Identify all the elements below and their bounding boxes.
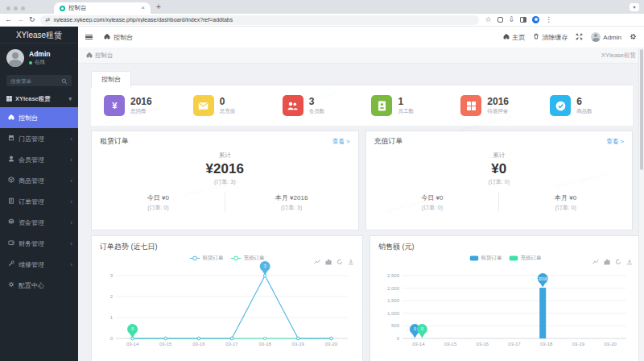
back-icon[interactable]: ← <box>5 16 12 23</box>
svg-text:0: 0 <box>110 336 114 341</box>
home-icon <box>503 33 510 41</box>
legend-item[interactable]: 充值订单 <box>231 255 265 262</box>
refresh-icon[interactable]: ↻ <box>29 16 35 23</box>
chevron-right-icon: › <box>70 261 72 268</box>
stat-label: 总消费 <box>130 108 152 115</box>
browser-profile-avatar[interactable] <box>532 16 539 23</box>
svg-text:03-19: 03-19 <box>292 342 305 346</box>
grid-icon <box>6 96 12 103</box>
tab-close-icon[interactable]: × <box>141 5 145 11</box>
wrench-icon <box>8 260 14 268</box>
sidebar-item-goods[interactable]: 商品管理› <box>0 170 78 191</box>
svg-text:03-17: 03-17 <box>508 342 521 346</box>
stat-label: 商品数 <box>576 108 592 115</box>
chart-sales-amount: 销售额 (元)租赁订单充值订单05001,0001,5002,0002,5000… <box>369 235 642 361</box>
window-controls[interactable] <box>6 6 25 10</box>
sidebar-item-console[interactable]: 控制台 <box>0 107 78 128</box>
settings-button[interactable] <box>630 33 637 42</box>
summary-panels: 租赁订单查看 >累计¥2016(订单: 3)今日 ¥0(订单: 0)本月 ¥20… <box>91 131 633 230</box>
side-panel-icon[interactable] <box>520 17 526 23</box>
chevron-right-icon: › <box>70 177 72 185</box>
staff-count-icon <box>371 95 392 116</box>
toolbox-save-image-icon[interactable] <box>348 254 354 268</box>
toolbox-bar-icon[interactable] <box>604 254 610 268</box>
legend-item[interactable]: 租赁订单 <box>190 255 224 262</box>
topbar-tab-console[interactable]: 控制台 <box>99 27 138 48</box>
new-tab-button[interactable]: + <box>156 3 161 11</box>
dashboard-content: xylease.xykeep.comxylease.xykeep.comxyle… <box>78 64 644 361</box>
sidebar-item-config[interactable]: 配置中心 <box>0 275 78 296</box>
avatar <box>6 49 24 67</box>
user-status: 在线 <box>29 59 50 66</box>
stat-value: 2016 <box>130 96 152 107</box>
scrollbar-thumb[interactable] <box>640 49 643 170</box>
legend-item[interactable]: 租赁订单 <box>470 255 502 262</box>
sidebar-item-finance[interactable]: 财务管理› <box>0 233 78 254</box>
fullscreen-button[interactable] <box>576 33 583 42</box>
brand-title: XYlease租赁 <box>0 27 78 44</box>
sidebar-search[interactable] <box>6 75 72 86</box>
month-stat: 本月 ¥0(订单: 0) <box>499 193 632 212</box>
sidebar-item-label: 配置中心 <box>19 281 72 290</box>
kebab-menu-icon[interactable]: ⋮ <box>545 16 552 23</box>
clear-cache-button[interactable]: 清除缓存 <box>533 33 568 42</box>
stat-value: 2016 <box>487 96 509 107</box>
user-name: Admin <box>29 50 50 59</box>
home-button[interactable]: 主页 <box>503 33 525 42</box>
tab-list-chevron-icon[interactable]: ▾ <box>630 3 639 11</box>
content-tab-console[interactable]: 控制台 <box>91 71 131 88</box>
sidebar-item-store[interactable]: 门店管理› <box>0 128 78 149</box>
sidebar-item-order[interactable]: 订单管理› <box>0 191 78 212</box>
stat-value: 0 <box>220 96 236 107</box>
cumulative-value: ¥0 <box>366 161 633 177</box>
sidebar-item-member[interactable]: 会员管理› <box>0 149 78 170</box>
svg-text:03-20: 03-20 <box>325 342 338 346</box>
hamburger-icon[interactable] <box>85 35 93 40</box>
toolbox-save-image-icon[interactable] <box>626 254 633 268</box>
download-icon[interactable]: ⇩ <box>509 16 515 23</box>
svg-text:500: 500 <box>391 323 400 328</box>
svg-text:03-18: 03-18 <box>540 342 553 346</box>
legend-item[interactable]: 充值订单 <box>510 255 542 262</box>
chart-title: 销售额 (元) <box>378 242 633 252</box>
toolbox-restore-icon[interactable] <box>336 254 343 268</box>
sidebar-item-funds[interactable]: 资金管理› <box>0 212 78 233</box>
svg-text:¥: ¥ <box>112 101 118 110</box>
toolbox-bar-icon[interactable] <box>325 254 332 268</box>
user-menu[interactable]: Admin <box>591 32 621 42</box>
svg-text:03-14: 03-14 <box>126 342 139 346</box>
clipboard-icon <box>8 197 14 205</box>
search-input[interactable] <box>10 78 61 84</box>
menu-section-header[interactable]: XYlease租赁 ▾ <box>0 91 78 107</box>
cube-icon <box>8 176 14 185</box>
chart-order-trend: 订单趋势 (近七日)租赁订单充值订单012303-1403-1503-1603-… <box>91 235 363 361</box>
svg-text:2016: 2016 <box>538 276 547 281</box>
scrollbar[interactable] <box>638 48 644 361</box>
panel-rental-orders: 租赁订单查看 >累计¥2016(订单: 3)今日 ¥0(订单: 0)本月 ¥20… <box>91 131 359 230</box>
svg-text:03-14: 03-14 <box>412 342 425 346</box>
top-navbar: 控制台 主页 清除缓存 Admin <box>78 27 644 48</box>
sidebar-menu: 控制台门店管理›会员管理›商品管理›订单管理›资金管理›财务管理›维修管理›配置… <box>0 107 78 296</box>
svg-text:0: 0 <box>131 326 134 331</box>
stat-staff-count: 1员工数 <box>361 95 451 116</box>
sidebar-item-repair[interactable]: 维修管理› <box>0 254 78 275</box>
toolbox-line-icon[interactable] <box>592 254 599 268</box>
sidebar-item-label: 门店管理 <box>19 135 66 143</box>
svg-text:0: 0 <box>397 336 400 341</box>
toolbox-line-icon[interactable] <box>314 254 320 268</box>
svg-text:1: 1 <box>110 315 114 320</box>
chart-legend: 租赁订单充值订单 <box>190 255 265 262</box>
tab-search-icon: ⇄ <box>46 17 51 23</box>
browser-tab[interactable]: 控制台 × <box>54 2 151 14</box>
bookmark-star-icon[interactable]: ☆ <box>485 16 492 23</box>
view-link[interactable]: 查看 > <box>332 138 349 146</box>
search-icon <box>61 73 68 88</box>
view-link[interactable]: 查看 > <box>607 138 624 146</box>
extension-icon[interactable] <box>497 17 503 23</box>
forward-icon[interactable]: → <box>17 16 24 23</box>
toolbox-restore-icon[interactable] <box>615 254 621 268</box>
url-bar[interactable]: ⇄ xylease.xykeep.com/xylease.php/xylease… <box>40 15 479 25</box>
svg-text:3: 3 <box>110 273 114 278</box>
svg-text:03-15: 03-15 <box>159 342 172 346</box>
month-stat: 本月 ¥2016(订单: 3) <box>225 193 358 212</box>
